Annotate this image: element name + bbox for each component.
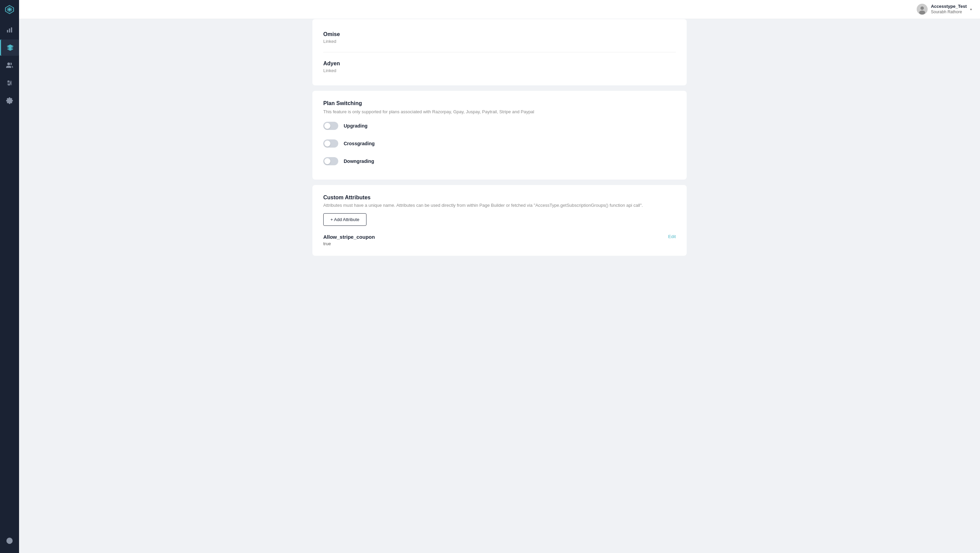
custom-attributes-card: Custom Attributes Attributes must have a… [312, 185, 687, 256]
sidebar-nav [0, 19, 19, 529]
omise-item: Omise Linked [323, 29, 676, 47]
downgrading-toggle[interactable] [323, 157, 338, 165]
attribute-name: Allow_stripe_coupon [323, 234, 375, 240]
attribute-row: Allow_stripe_coupon true Edit [323, 234, 676, 246]
sidebar-item-subscribers[interactable] [0, 57, 19, 73]
omise-name: Omise [323, 31, 676, 37]
sliders-icon [6, 79, 13, 86]
logo [0, 0, 19, 19]
svg-rect-4 [9, 29, 10, 33]
crossgrading-row: Crossgrading [323, 135, 676, 153]
upgrading-row: Upgrading [323, 117, 676, 135]
custom-attributes-title: Custom Attributes [323, 194, 676, 201]
sidebar-item-subscriptions[interactable] [0, 40, 19, 56]
svg-point-18 [919, 11, 925, 14]
sidebar-bottom [0, 529, 19, 553]
layers-icon [7, 44, 14, 51]
svg-rect-5 [11, 27, 12, 33]
adyen-item: Adyen Linked [323, 58, 676, 76]
crossgrading-toggle[interactable] [323, 140, 338, 148]
gear-icon [6, 97, 13, 104]
users-icon [6, 62, 13, 69]
svg-point-11 [10, 82, 11, 83]
attribute-info: Allow_stripe_coupon true [323, 234, 375, 246]
sidebar-item-help[interactable] [0, 532, 19, 549]
omise-status: Linked [323, 39, 676, 44]
edit-attribute-link[interactable]: Edit [668, 234, 676, 239]
add-attribute-button[interactable]: + Add Attribute [323, 213, 366, 226]
crossgrading-label: Crossgrading [344, 141, 375, 146]
adyen-status: Linked [323, 68, 676, 73]
svg-point-12 [8, 84, 10, 85]
sidebar [0, 0, 19, 553]
plan-switching-title: Plan Switching [323, 100, 676, 106]
header: Accesstype_Test Sourabh Rathore ▾ [19, 0, 980, 19]
svg-point-10 [8, 81, 9, 82]
adyen-name: Adyen [323, 60, 676, 67]
plan-switching-description: This feature is only supported for plans… [323, 109, 676, 114]
svg-rect-3 [7, 30, 8, 33]
plan-switching-card: Plan Switching This feature is only supp… [312, 91, 687, 180]
user-name: Accesstype_Test [931, 4, 967, 10]
chart-icon [6, 27, 13, 33]
svg-point-17 [920, 6, 924, 10]
avatar [917, 4, 928, 14]
downgrading-label: Downgrading [344, 159, 374, 164]
user-menu[interactable]: Accesstype_Test Sourabh Rathore ▾ [917, 4, 972, 14]
sidebar-item-sliders[interactable] [0, 75, 19, 91]
divider [323, 52, 676, 52]
logo-icon [5, 5, 14, 14]
sidebar-item-settings[interactable] [0, 92, 19, 109]
upgrading-toggle[interactable] [323, 122, 338, 130]
chevron-down-icon: ▾ [970, 8, 972, 11]
svg-point-6 [8, 63, 10, 65]
content: Omise Linked Adyen Linked Plan Switching… [19, 19, 980, 553]
content-inner: Omise Linked Adyen Linked Plan Switching… [312, 19, 687, 256]
main-wrapper: Accesstype_Test Sourabh Rathore ▾ Omise … [19, 0, 980, 553]
user-subtitle: Sourabh Rathore [931, 10, 967, 15]
user-text: Accesstype_Test Sourabh Rathore [931, 4, 967, 14]
custom-attributes-description: Attributes must have a unique name. Attr… [323, 203, 676, 208]
downgrading-row: Downgrading [323, 153, 676, 170]
question-icon [6, 537, 13, 544]
attribute-value: true [323, 241, 375, 246]
payment-gateways-card: Omise Linked Adyen Linked [312, 19, 687, 85]
sidebar-item-dashboard[interactable] [0, 22, 19, 38]
upgrading-label: Upgrading [344, 123, 368, 129]
